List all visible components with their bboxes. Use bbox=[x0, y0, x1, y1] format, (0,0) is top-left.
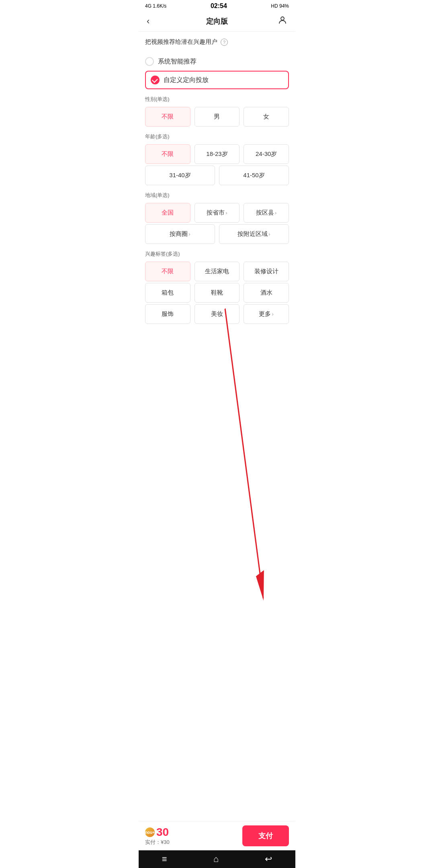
interest-tag[interactable]: 装修设计 bbox=[244, 262, 289, 281]
gender-tag[interactable]: 女 bbox=[244, 107, 289, 127]
age-tag[interactable]: 41-50岁 bbox=[219, 166, 289, 185]
age-grid-bottom: 31-40岁41-50岁 bbox=[145, 166, 289, 185]
bottom-actual: 实付：¥30 bbox=[145, 839, 170, 846]
region-tag[interactable]: 全国 bbox=[145, 203, 190, 223]
coin-icon: nou+ bbox=[145, 827, 155, 837]
interest-grid-row3: 服饰美妆更多› bbox=[145, 304, 289, 324]
age-tag[interactable]: 24-30岁 bbox=[244, 144, 289, 164]
status-time: 02:54 bbox=[211, 2, 227, 10]
gender-grid: 不限男女 bbox=[145, 107, 289, 127]
nav-back-icon[interactable]: ↩ bbox=[265, 854, 272, 864]
header: ‹ 定向版 bbox=[139, 11, 295, 32]
radio-custom[interactable]: 自定义定向投放 bbox=[151, 76, 283, 84]
signal-text: 4G 1.6K/s bbox=[145, 3, 166, 9]
interest-tag[interactable]: 美妆 bbox=[194, 304, 240, 324]
region-tag[interactable]: 按省市› bbox=[194, 203, 240, 223]
back-button[interactable]: ‹ bbox=[147, 16, 149, 27]
nav-home-icon[interactable]: ⌂ bbox=[213, 854, 219, 864]
interest-tag[interactable]: 服饰 bbox=[145, 304, 190, 324]
region-grid-top: 全国按省市›按区县› bbox=[145, 203, 289, 223]
status-right: HD 94% bbox=[271, 3, 289, 9]
bottom-left: nou+ 30 实付：¥30 bbox=[145, 826, 170, 846]
status-bar: 4G 1.6K/s 02:54 HD 94% bbox=[139, 0, 295, 11]
region-tag[interactable]: 按商圈› bbox=[145, 224, 215, 244]
bottom-amount: 30 bbox=[156, 826, 169, 839]
region-section: 地域(单选) 全国按省市›按区县› 按商圈›按附近区域› bbox=[145, 192, 289, 244]
section-title-text: 把视频推荐给潜在兴趣用户 bbox=[145, 38, 217, 46]
interest-label: 兴趣标签(多选) bbox=[145, 250, 289, 258]
interest-section: 兴趣标签(多选) 不限生活家电装修设计 箱包鞋靴酒水 服饰美妆更多› bbox=[145, 250, 289, 324]
interest-tag[interactable]: 不限 bbox=[145, 262, 190, 281]
svg-line-2 bbox=[225, 309, 263, 598]
age-section: 年龄(多选) 不限18-23岁24-30岁 31-40岁41-50岁 bbox=[145, 133, 289, 185]
age-tag[interactable]: 18-23岁 bbox=[194, 144, 240, 164]
nav-bar: ≡ ⌂ ↩ bbox=[139, 850, 295, 868]
interest-grid-row2: 箱包鞋靴酒水 bbox=[145, 283, 289, 303]
radio-system[interactable]: 系统智能推荐 bbox=[145, 52, 289, 71]
status-icons: HD 94% bbox=[271, 3, 289, 9]
status-left: 4G 1.6K/s bbox=[145, 3, 166, 9]
interest-tag[interactable]: 生活家电 bbox=[194, 262, 240, 281]
radio-system-label: 系统智能推荐 bbox=[158, 57, 197, 66]
gender-section: 性别(单选) 不限男女 bbox=[145, 96, 289, 127]
region-label: 地域(单选) bbox=[145, 192, 289, 199]
radio-circle-system bbox=[145, 57, 154, 66]
interest-tag[interactable]: 鞋靴 bbox=[194, 283, 240, 303]
radio-circle-custom bbox=[151, 76, 160, 84]
interest-tag[interactable]: 酒水 bbox=[244, 283, 289, 303]
section-title-row: 把视频推荐给潜在兴趣用户 ? bbox=[145, 38, 289, 46]
age-grid-top: 不限18-23岁24-30岁 bbox=[145, 144, 289, 164]
main-content: 把视频推荐给潜在兴趣用户 ? 系统智能推荐 自定义定向投放 性别(单选) 不限男… bbox=[139, 32, 295, 324]
page-title: 定向版 bbox=[206, 16, 228, 26]
interest-grid-row1: 不限生活家电装修设计 bbox=[145, 262, 289, 281]
radio-custom-label: 自定义定向投放 bbox=[164, 76, 209, 84]
bottom-bar: nou+ 30 实付：¥30 支付 bbox=[139, 821, 295, 850]
region-tag[interactable]: 按附近区域› bbox=[219, 224, 289, 244]
age-tag[interactable]: 31-40岁 bbox=[145, 166, 215, 185]
nav-menu-icon[interactable]: ≡ bbox=[162, 854, 167, 864]
pay-button[interactable]: 支付 bbox=[242, 825, 289, 846]
help-icon[interactable]: ? bbox=[221, 39, 228, 46]
region-grid-bottom: 按商圈›按附近区域› bbox=[145, 224, 289, 244]
user-icon[interactable] bbox=[278, 15, 287, 27]
age-tag[interactable]: 不限 bbox=[145, 144, 190, 164]
region-tag[interactable]: 按区县› bbox=[244, 203, 289, 223]
gender-tag[interactable]: 不限 bbox=[145, 107, 190, 127]
selected-custom-box: 自定义定向投放 bbox=[145, 71, 289, 89]
svg-point-0 bbox=[281, 17, 284, 20]
coin-row: nou+ 30 bbox=[145, 826, 170, 839]
interest-tag[interactable]: 箱包 bbox=[145, 283, 190, 303]
gender-label: 性别(单选) bbox=[145, 96, 289, 103]
interest-tag[interactable]: 更多› bbox=[244, 304, 289, 324]
age-label: 年龄(多选) bbox=[145, 133, 289, 140]
gender-tag[interactable]: 男 bbox=[194, 107, 240, 127]
